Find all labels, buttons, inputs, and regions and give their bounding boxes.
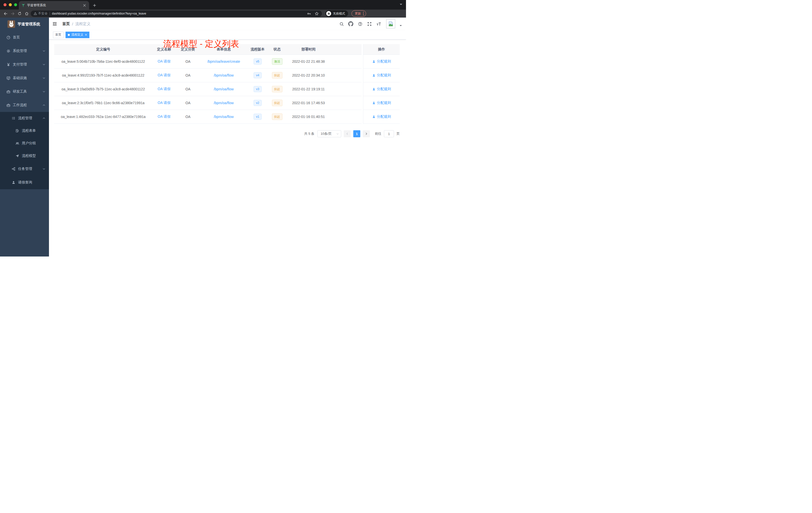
assign-rule-link[interactable]: 分配规则 [372, 73, 391, 78]
sidebar-item-label: 流程表单 [22, 128, 46, 133]
fullscreen-icon[interactable] [367, 21, 372, 27]
assign-rule-link[interactable]: 分配规则 [372, 115, 391, 119]
sidebar-fold-icon[interactable] [52, 21, 59, 26]
form-info-link[interactable]: /bpm/oa/flow [214, 87, 233, 91]
cell-deploy-time: 2022-01-22 19:19:11 [287, 82, 330, 96]
current-page-button[interactable]: 1 [353, 130, 360, 137]
sidebar-item-process-form[interactable]: 流程表单 [0, 124, 49, 137]
chevron-up-icon [42, 104, 46, 107]
user-avatar-broken-image[interactable] [386, 19, 395, 28]
sidebar-item-payment[interactable]: 支付管理 [0, 58, 49, 71]
favicon-seedling-icon [21, 3, 25, 7]
not-secure-warning[interactable]: 不安全 [34, 11, 48, 16]
incognito-badge[interactable]: 无痕模式 [325, 10, 348, 17]
breadcrumb: 首页 / 流程定义 [62, 22, 90, 26]
window-controls[interactable] [3, 3, 17, 6]
new-tab-button[interactable] [92, 3, 97, 7]
definition-name-link[interactable]: OA 请假 [158, 87, 171, 91]
status-badge: 挂起 [272, 86, 283, 92]
definition-name-link[interactable]: OA 请假 [158, 73, 171, 78]
sidebar-item-infra[interactable]: 基础设施 [0, 71, 49, 85]
window-minimize-button[interactable] [9, 3, 12, 6]
sidebar-item-label: 请假查询 [18, 180, 46, 185]
sidebar-item-home[interactable]: 首页 [0, 31, 49, 44]
sidebar-item-workflow[interactable]: 工作流程 [0, 98, 49, 112]
yen-icon [6, 62, 10, 67]
assign-rule-link[interactable]: 分配规则 [372, 101, 391, 105]
assign-rule-label: 分配规则 [377, 115, 391, 119]
assign-rule-link[interactable]: 分配规则 [372, 59, 391, 64]
definition-table: 定义编号 定义名称 定义分类 表单信息 流程版本 状态 部署时间 操作 oa_l… [54, 44, 400, 124]
forward-icon[interactable] [9, 10, 16, 17]
header-actions [339, 19, 402, 28]
table-row: oa_leave:4:991f2193-7b7f-11ec-a3c8-acde4… [54, 68, 400, 82]
assign-rule-label: 分配规则 [377, 101, 391, 105]
help-icon[interactable] [357, 21, 363, 27]
key-icon[interactable] [307, 11, 311, 16]
sidebar-item-devtools[interactable]: 研发工具 [0, 85, 49, 98]
page-annotation-title: 流程模型 - 定义列表 [163, 38, 239, 50]
pagination-total: 共 5 条 [304, 131, 314, 136]
assign-rule-label: 分配规则 [377, 87, 391, 91]
font-size-icon[interactable] [376, 21, 381, 27]
next-page-button[interactable] [363, 130, 370, 137]
form-info-link[interactable]: /bpm/oa/flow [214, 115, 233, 119]
bookmark-star-icon[interactable] [315, 11, 319, 16]
cell-definition-id: oa_leave:5:004b710b-7b8a-11ec-8ef0-acde4… [54, 55, 152, 68]
sidebar-item-process-mgmt[interactable]: 流程管理 [0, 112, 49, 124]
browser-update-button[interactable]: 更新 [351, 10, 366, 17]
tag-close-icon[interactable] [85, 34, 87, 36]
app-header: 首页 / 流程定义 流程模型 - 定义列表 [49, 18, 406, 30]
tab-search-caret-icon[interactable] [400, 3, 403, 5]
col-header-status: 状态 [268, 44, 287, 55]
workflow-submenu: 流程管理 流程表单 用户分组 [0, 112, 49, 189]
definition-name-link[interactable]: OA 请假 [158, 59, 171, 64]
cell-category: OA [176, 82, 200, 96]
form-info-link[interactable]: /bpm/oa/flow [214, 73, 233, 77]
form-info-link[interactable]: /bpm/oa/leave/create [207, 59, 240, 63]
user-menu-caret-icon[interactable] [400, 25, 402, 27]
version-badge: v3 [254, 86, 262, 92]
tag-home[interactable]: 首页 [53, 32, 63, 38]
browser-menu-kebab-icon[interactable] [363, 12, 364, 15]
sidebar-item-leave-query[interactable]: 请假查询 [0, 176, 49, 189]
sidebar-item-label: 研发工具 [13, 89, 40, 94]
sidebar-item-task-mgmt[interactable]: 任务管理 [0, 162, 49, 176]
window-zoom-button[interactable] [14, 3, 17, 6]
version-badge: v4 [254, 72, 262, 78]
sidebar-item-user-group[interactable]: 用户分组 [0, 137, 49, 150]
goto-page-input[interactable] [384, 130, 394, 137]
assign-rule-label: 分配规则 [377, 59, 391, 64]
sidebar-item-system[interactable]: 系统管理 [0, 44, 49, 58]
col-header-operation: 操作 [363, 44, 400, 55]
sidebar-item-process-model[interactable]: 流程模型 [0, 150, 49, 162]
address-bar[interactable]: 不安全 dashboard.yudao.iocoder.cn/bpm/manag… [31, 10, 322, 17]
assign-rule-link[interactable]: 分配规则 [372, 87, 391, 91]
assign-rule-label: 分配规则 [377, 73, 391, 78]
browser-tab[interactable]: 芋道管理系统 [19, 1, 89, 9]
form-edit-icon [15, 129, 20, 133]
tag-process-definition[interactable]: 流程定义 [65, 32, 89, 38]
window-close-button[interactable] [3, 3, 6, 6]
home-icon[interactable] [24, 10, 30, 17]
status-badge: 激活 [272, 58, 283, 65]
toolbox-icon [6, 90, 10, 94]
table-row: oa_leave:3:1fad3d93-7b75-11ec-a3c8-acde4… [54, 82, 400, 96]
definition-name-link[interactable]: OA 请假 [158, 115, 171, 119]
github-icon[interactable] [348, 21, 353, 27]
sidebar-logo[interactable]: 芋道管理系统 [0, 18, 49, 31]
prev-page-button[interactable] [344, 130, 351, 137]
breadcrumb-separator: / [72, 22, 73, 26]
version-badge: v1 [254, 114, 262, 120]
url-text[interactable]: dashboard.yudao.iocoder.cn/bpm/manager/d… [52, 12, 305, 15]
tab-close-icon[interactable] [82, 3, 87, 7]
definition-name-link[interactable]: OA 请假 [158, 101, 171, 105]
search-icon[interactable] [339, 21, 344, 27]
breadcrumb-home[interactable]: 首页 [62, 22, 70, 26]
back-icon[interactable] [2, 10, 8, 17]
app-title: 芋道管理系统 [18, 22, 40, 27]
cell-category: OA [176, 68, 200, 82]
form-info-link[interactable]: /bpm/oa/flow [214, 101, 233, 105]
reload-icon[interactable] [17, 10, 23, 17]
page-size-select[interactable]: 10条/页 [317, 130, 341, 137]
